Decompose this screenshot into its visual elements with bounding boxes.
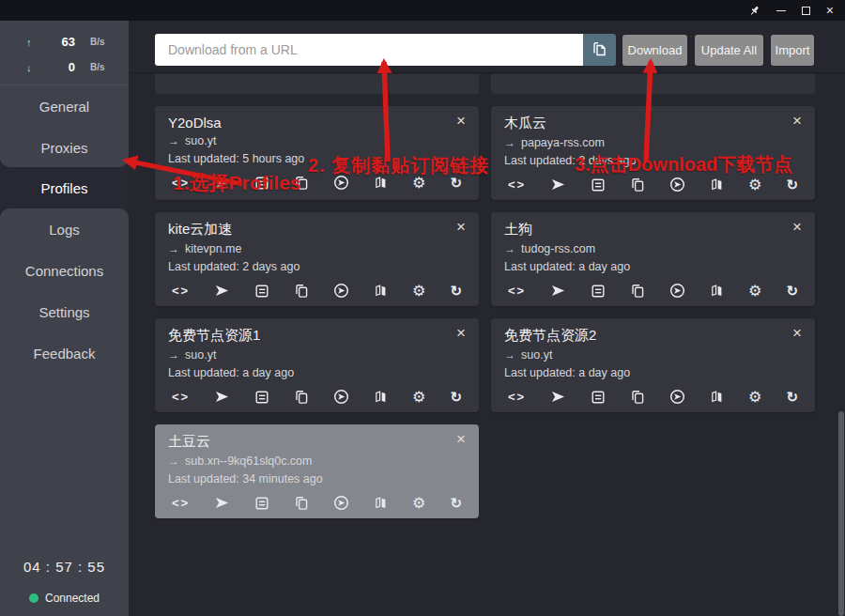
card-close-icon[interactable]: × bbox=[792, 221, 802, 234]
rules-icon[interactable] bbox=[591, 284, 606, 299]
profile-card[interactable]: 土狗 × → tudog-rss.com Last updated: a day… bbox=[491, 212, 815, 306]
copy-icon[interactable] bbox=[294, 389, 309, 405]
titlebar: × bbox=[0, 0, 845, 21]
paste-icon bbox=[592, 40, 607, 60]
send-icon[interactable] bbox=[214, 284, 230, 298]
sidebar-item-feedback[interactable]: Feedback bbox=[0, 332, 129, 374]
profile-card[interactable]: 免费节点资源1 × → suo.yt Last updated: a day a… bbox=[155, 318, 479, 412]
card-close-icon[interactable]: × bbox=[456, 221, 466, 234]
card-url: suo.yt bbox=[185, 134, 216, 147]
close-window-icon[interactable]: × bbox=[826, 4, 834, 17]
send-icon[interactable] bbox=[550, 390, 566, 404]
settings-icon[interactable]: ⚙ bbox=[412, 494, 425, 512]
edit-code-icon[interactable]: <> bbox=[172, 496, 190, 510]
settings-icon[interactable]: ⚙ bbox=[412, 388, 425, 406]
card-updated: Last updated: a day ago bbox=[168, 366, 466, 379]
url-arrow-icon: → bbox=[168, 348, 179, 362]
profile-card[interactable]: 土豆云 × → sub.xn--9kq61slq0c.com Last upda… bbox=[155, 424, 479, 518]
profile-card[interactable]: 免费节点资源2 × → suo.yt Last updated: a day a… bbox=[491, 318, 815, 412]
sidebar-item-connections[interactable]: Connections bbox=[0, 250, 129, 291]
sidebar-item-settings[interactable]: Settings bbox=[0, 291, 129, 332]
card-url: tudog-rss.com bbox=[521, 242, 595, 255]
switch-profile-icon[interactable] bbox=[374, 284, 388, 299]
card-close-icon[interactable]: × bbox=[792, 115, 802, 128]
copy-icon[interactable] bbox=[630, 177, 645, 192]
sidebar-item-profiles[interactable]: Profiles bbox=[0, 167, 129, 208]
download-button[interactable]: Download bbox=[622, 35, 687, 66]
import-button[interactable]: Import bbox=[771, 35, 814, 66]
scrollbar-thumb[interactable] bbox=[838, 411, 844, 616]
profiles-toolbar: Download Update All Import bbox=[155, 34, 814, 66]
sidebar-item-logs[interactable]: Logs bbox=[0, 208, 129, 250]
benchmark-icon[interactable] bbox=[669, 177, 685, 192]
url-arrow-icon: → bbox=[504, 242, 515, 255]
switch-profile-icon[interactable] bbox=[710, 390, 724, 405]
card-close-icon[interactable]: × bbox=[456, 433, 466, 446]
send-icon[interactable] bbox=[550, 284, 566, 298]
copy-icon[interactable] bbox=[630, 283, 645, 299]
copy-icon[interactable] bbox=[294, 283, 309, 299]
url-arrow-icon: → bbox=[504, 348, 515, 362]
sidebar-item-proxies[interactable]: Proxies bbox=[0, 127, 129, 168]
edit-code-icon[interactable]: <> bbox=[172, 284, 190, 298]
send-icon[interactable] bbox=[550, 177, 566, 192]
switch-profile-icon[interactable] bbox=[710, 177, 724, 192]
send-icon[interactable] bbox=[214, 390, 230, 404]
benchmark-icon[interactable] bbox=[333, 283, 349, 299]
pin-icon[interactable] bbox=[748, 5, 760, 17]
download-value: 0 bbox=[41, 60, 75, 74]
edit-code-icon[interactable]: <> bbox=[508, 177, 526, 192]
benchmark-icon[interactable] bbox=[669, 389, 685, 405]
settings-icon[interactable]: ⚙ bbox=[412, 282, 425, 300]
status-dot-icon bbox=[29, 593, 38, 603]
rules-icon[interactable] bbox=[591, 177, 606, 192]
refresh-icon[interactable]: ↻ bbox=[450, 495, 462, 512]
card-url: papaya-rss.com bbox=[521, 136, 605, 149]
rules-icon[interactable] bbox=[254, 496, 269, 511]
edit-code-icon[interactable]: <> bbox=[508, 284, 526, 298]
card-close-icon[interactable]: × bbox=[792, 327, 802, 340]
refresh-icon[interactable]: ↻ bbox=[786, 389, 798, 406]
copy-icon[interactable] bbox=[294, 495, 309, 511]
refresh-icon[interactable]: ↻ bbox=[786, 177, 798, 193]
rules-icon[interactable] bbox=[254, 284, 269, 299]
partial-card-top-left bbox=[155, 74, 479, 94]
switch-profile-icon[interactable] bbox=[374, 390, 388, 405]
switch-profile-icon[interactable] bbox=[374, 496, 388, 511]
switch-profile-icon[interactable] bbox=[710, 284, 724, 299]
settings-icon[interactable]: ⚙ bbox=[748, 388, 761, 406]
card-title: kite云加速 bbox=[168, 221, 232, 239]
benchmark-icon[interactable] bbox=[333, 495, 349, 511]
card-url: kitevpn.me bbox=[185, 242, 241, 255]
benchmark-icon[interactable] bbox=[669, 283, 685, 299]
sidebar-bottom-section: Logs Connections Settings Feedback 04 : … bbox=[0, 208, 129, 616]
card-updated: Last updated: 34 minutes ago bbox=[168, 472, 466, 485]
send-icon[interactable] bbox=[214, 496, 230, 510]
minimize-icon[interactable] bbox=[776, 10, 786, 11]
benchmark-icon[interactable] bbox=[333, 389, 349, 405]
refresh-icon[interactable]: ↻ bbox=[450, 389, 462, 406]
settings-icon[interactable]: ⚙ bbox=[748, 176, 761, 193]
card-close-icon[interactable]: × bbox=[456, 115, 466, 128]
card-title: 土豆云 bbox=[168, 433, 210, 451]
edit-code-icon[interactable]: <> bbox=[172, 390, 190, 404]
card-title: 土狗 bbox=[504, 221, 532, 239]
maximize-icon[interactable] bbox=[802, 7, 810, 15]
url-input[interactable] bbox=[155, 34, 583, 66]
sidebar-item-general[interactable]: General bbox=[0, 85, 129, 127]
card-close-icon[interactable]: × bbox=[456, 327, 466, 340]
profile-card[interactable]: kite云加速 × → kitevpn.me Last updated: 2 d… bbox=[155, 212, 479, 306]
copy-icon[interactable] bbox=[630, 389, 645, 405]
edit-code-icon[interactable]: <> bbox=[508, 390, 526, 404]
refresh-icon[interactable]: ↻ bbox=[786, 283, 798, 300]
profiles-grid: Y2oDlsa × → suo.yt Last updated: 5 hours… bbox=[155, 74, 815, 518]
rules-icon[interactable] bbox=[591, 390, 606, 405]
update-all-button[interactable]: Update All bbox=[695, 35, 763, 66]
refresh-icon[interactable]: ↻ bbox=[450, 283, 462, 300]
upload-stat: ↑ 63 B/s bbox=[26, 29, 129, 54]
url-arrow-icon: → bbox=[168, 242, 179, 255]
rules-icon[interactable] bbox=[254, 390, 269, 405]
paste-button[interactable] bbox=[583, 34, 616, 66]
settings-icon[interactable]: ⚙ bbox=[748, 282, 761, 300]
download-unit: B/s bbox=[90, 62, 105, 72]
